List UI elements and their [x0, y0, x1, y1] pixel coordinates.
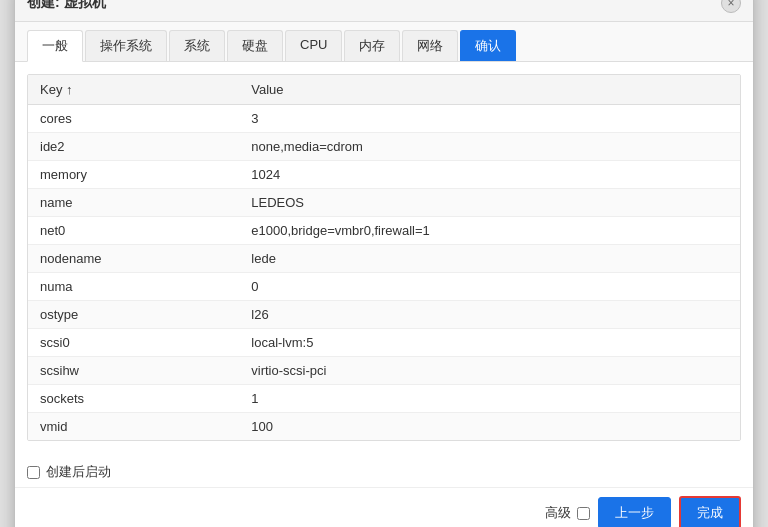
dialog-body: Key ↑ Value cores3ide2none,media=cdromme… [15, 62, 753, 453]
tab-general[interactable]: 一般 [27, 30, 83, 62]
cell-key: scsihw [28, 357, 239, 385]
dialog-title: 创建: 虚拟机 [27, 0, 106, 12]
tab-memory[interactable]: 内存 [344, 30, 400, 61]
table-row: scsihwvirtio-scsi-pci [28, 357, 740, 385]
table-row: nodenamelede [28, 245, 740, 273]
col-header-key[interactable]: Key ↑ [28, 75, 239, 105]
titlebar: 创建: 虚拟机 × [15, 0, 753, 22]
cell-value: 100 [239, 413, 740, 441]
cell-value: e1000,bridge=vmbr0,firewall=1 [239, 217, 740, 245]
tab-network[interactable]: 网络 [402, 30, 458, 61]
cell-value: 1024 [239, 161, 740, 189]
cell-key: cores [28, 105, 239, 133]
back-button[interactable]: 上一步 [598, 497, 671, 527]
finish-button[interactable]: 完成 [679, 496, 741, 527]
advanced-row: 高级 [545, 504, 590, 522]
cell-value: 3 [239, 105, 740, 133]
table-row: vmid100 [28, 413, 740, 441]
config-table: Key ↑ Value cores3ide2none,media=cdromme… [28, 75, 740, 440]
table-row: nameLEDEOS [28, 189, 740, 217]
autostart-checkbox[interactable] [27, 466, 40, 479]
cell-value: 1 [239, 385, 740, 413]
cell-key: sockets [28, 385, 239, 413]
cell-key: name [28, 189, 239, 217]
autostart-label[interactable]: 创建后启动 [46, 463, 111, 481]
cell-key: net0 [28, 217, 239, 245]
cell-value: 0 [239, 273, 740, 301]
tab-system[interactable]: 系统 [169, 30, 225, 61]
footer-autostart: 创建后启动 [15, 453, 753, 487]
advanced-label: 高级 [545, 504, 571, 522]
close-button[interactable]: × [721, 0, 741, 13]
cell-value: LEDEOS [239, 189, 740, 217]
tab-bar: 一般 操作系统 系统 硬盘 CPU 内存 网络 确认 [15, 22, 753, 62]
config-table-container: Key ↑ Value cores3ide2none,media=cdromme… [27, 74, 741, 441]
footer-buttons: 高级 上一步 完成 [15, 487, 753, 527]
table-row: sockets1 [28, 385, 740, 413]
cell-key: nodename [28, 245, 239, 273]
cell-key: ide2 [28, 133, 239, 161]
table-row: ide2none,media=cdrom [28, 133, 740, 161]
cell-key: memory [28, 161, 239, 189]
cell-key: vmid [28, 413, 239, 441]
table-row: ostypel26 [28, 301, 740, 329]
table-row: memory1024 [28, 161, 740, 189]
tab-cpu[interactable]: CPU [285, 30, 342, 61]
cell-key: numa [28, 273, 239, 301]
cell-value: l26 [239, 301, 740, 329]
col-header-value: Value [239, 75, 740, 105]
table-row: scsi0local-lvm:5 [28, 329, 740, 357]
cell-key: scsi0 [28, 329, 239, 357]
tab-os[interactable]: 操作系统 [85, 30, 167, 61]
advanced-checkbox[interactable] [577, 507, 590, 520]
create-vm-dialog: 创建: 虚拟机 × 一般 操作系统 系统 硬盘 CPU 内存 网络 确认 Key… [14, 0, 754, 527]
cell-value: none,media=cdrom [239, 133, 740, 161]
cell-value: virtio-scsi-pci [239, 357, 740, 385]
tab-disk[interactable]: 硬盘 [227, 30, 283, 61]
cell-value: lede [239, 245, 740, 273]
table-row: cores3 [28, 105, 740, 133]
table-row: net0e1000,bridge=vmbr0,firewall=1 [28, 217, 740, 245]
tab-confirm[interactable]: 确认 [460, 30, 516, 61]
cell-key: ostype [28, 301, 239, 329]
cell-value: local-lvm:5 [239, 329, 740, 357]
table-row: numa0 [28, 273, 740, 301]
autostart-row: 创建后启动 [27, 463, 111, 481]
